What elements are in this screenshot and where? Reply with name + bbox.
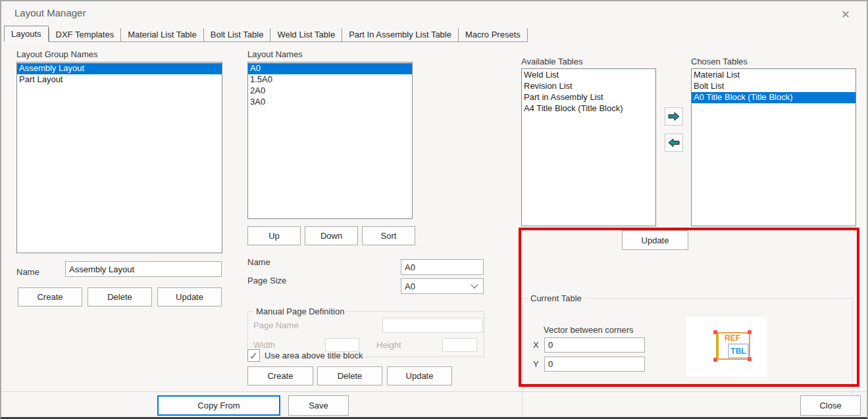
page-size-select[interactable]: A0 [401, 278, 484, 294]
corner-dot [713, 358, 717, 362]
list-item[interactable]: Weld List [522, 70, 655, 81]
group-name-label: Name [16, 267, 39, 277]
close-icon: × [842, 7, 850, 22]
footer-divider [1, 391, 868, 392]
chevron-down-icon [471, 281, 478, 288]
available-tables-label: Available Tables [521, 57, 582, 66]
layout-name-label: Name [247, 257, 270, 267]
use-area-above-title-block-label: Use area above title block [265, 351, 363, 360]
list-item[interactable]: Revision List [522, 81, 655, 92]
height-input[interactable] [442, 338, 477, 352]
list-item[interactable]: 1.5A0 [248, 74, 412, 86]
chosen-tables-listbox[interactable]: Material List Bolt List A0 Title Block (… [691, 68, 856, 226]
vector-x-input[interactable] [544, 337, 645, 353]
width-input[interactable] [325, 338, 359, 352]
tab-layouts[interactable]: Layouts [4, 26, 49, 42]
close-button[interactable]: Close [800, 395, 861, 416]
group-name-input[interactable] [65, 261, 222, 277]
current-table-update-button[interactable]: Update [622, 230, 688, 250]
layout-update-button[interactable]: Update [387, 366, 452, 385]
tab-label: Macro Presets [465, 30, 521, 39]
layout-group-names-listbox[interactable]: Assembly Layout Part Layout [16, 62, 222, 253]
page-size-label: Page Size [247, 276, 286, 285]
tab-dxf-templates[interactable]: DXF Templates [49, 28, 122, 42]
move-left-button[interactable] [665, 134, 683, 152]
manual-page-definition-title: Manual Page Definition [253, 307, 347, 316]
ref-label: REF [725, 333, 740, 343]
list-item[interactable]: A0 [248, 63, 412, 74]
tab-part-in-assembly-list-table[interactable]: Part In Assembly List Table [342, 28, 459, 42]
list-item[interactable]: Part Layout [17, 74, 222, 86]
copy-from-button[interactable]: Copy From [157, 395, 280, 416]
tab-label: Weld List Table [277, 30, 335, 39]
layout-create-button[interactable]: Create [247, 366, 313, 385]
group-create-button[interactable]: Create [18, 287, 82, 307]
vector-between-corners-label: Vector between corners [544, 325, 634, 335]
tab-bolt-list-table[interactable]: Bolt List Table [204, 28, 271, 42]
use-area-above-title-block-checkbox[interactable]: ✓ [247, 349, 260, 362]
height-label: Height [376, 340, 401, 350]
vector-y-label: Y [533, 359, 539, 369]
width-label: Width [253, 340, 275, 350]
save-button[interactable]: Save [288, 395, 349, 416]
page-name-input[interactable] [382, 318, 483, 333]
tab-label: Bolt List Table [211, 30, 264, 39]
window-title: Layout Manager [14, 7, 86, 18]
tbl-label: TBL [730, 347, 746, 356]
corner-dot [713, 330, 717, 334]
tab-label: Material List Table [128, 30, 197, 39]
layout-name-input[interactable] [401, 259, 484, 275]
down-button[interactable]: Down [305, 226, 358, 245]
list-item[interactable]: 3A0 [248, 97, 412, 108]
page-name-label: Page Name [253, 320, 299, 330]
page-size-value: A0 [405, 282, 415, 291]
vector-y-input[interactable] [544, 357, 645, 372]
tab-macro-presets[interactable]: Macro Presets [459, 28, 528, 42]
group-update-button[interactable]: Update [157, 287, 222, 307]
tab-label: DXF Templates [56, 30, 115, 39]
chosen-tables-label: Chosen Tables [691, 57, 748, 66]
tab-strip: Layouts DXF Templates Material List Tabl… [4, 26, 528, 42]
corner-dot [748, 330, 752, 334]
list-item[interactable]: Bolt List [692, 81, 855, 92]
available-tables-listbox[interactable]: Weld List Revision List Part in Assembly… [521, 68, 656, 226]
layout-names-listbox[interactable]: A0 1.5A0 2A0 3A0 [247, 62, 413, 219]
corner-reference-diagram: REF TBL [686, 317, 767, 376]
tab-weld-list-table[interactable]: Weld List Table [270, 28, 342, 42]
list-item[interactable]: A0 Title Block (Title Block) [692, 92, 855, 103]
layout-group-names-label: Layout Group Names [16, 49, 98, 59]
list-item[interactable]: Assembly Layout [17, 63, 222, 74]
sort-button[interactable]: Sort [362, 226, 415, 245]
list-item[interactable]: A4 Title Block (Title Block) [522, 103, 655, 114]
tab-label: Part In Assembly List Table [349, 30, 451, 39]
arrow-left-icon [668, 138, 680, 147]
arrow-right-icon [668, 112, 680, 121]
layout-delete-button[interactable]: Delete [317, 366, 382, 385]
move-right-button[interactable] [665, 107, 683, 126]
tab-material-list-table[interactable]: Material List Table [121, 28, 204, 42]
up-button[interactable]: Up [247, 226, 301, 245]
corner-dot [748, 357, 752, 361]
tbl-box-shape: TBL [728, 343, 749, 358]
window-close-button[interactable]: × [834, 5, 857, 24]
list-item[interactable]: 2A0 [248, 86, 412, 97]
vector-x-label: X [533, 340, 539, 350]
current-table-title: Current Table [528, 293, 584, 303]
tab-label: Layouts [11, 29, 41, 39]
layout-names-label: Layout Names [247, 49, 303, 59]
group-delete-button[interactable]: Delete [88, 287, 152, 307]
check-icon: ✓ [249, 350, 258, 362]
list-item[interactable]: Material List [692, 70, 855, 81]
list-item[interactable]: Part in Assembly List [522, 92, 655, 103]
layout-manager-dialog: Layout Manager × Layouts DXF Templates M… [0, 0, 868, 419]
